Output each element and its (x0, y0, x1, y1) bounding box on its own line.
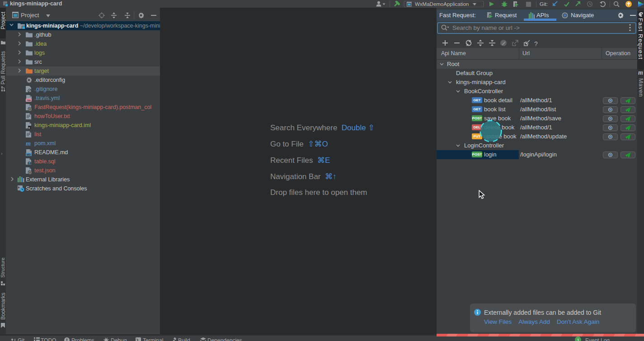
svg-text:{}: {} (28, 108, 32, 111)
svg-text:Git:: Git: (540, 1, 548, 7)
svg-text:m: m (26, 140, 31, 147)
svg-text:1: 1 (577, 338, 579, 341)
svg-text:?: ? (534, 40, 538, 47)
svg-text:YML: YML (26, 99, 32, 102)
svg-text:WxMaDemoApplication: WxMaDemoApplication (415, 1, 469, 7)
svg-text:MD: MD (27, 153, 31, 156)
svg-text:{}: {} (28, 171, 32, 174)
